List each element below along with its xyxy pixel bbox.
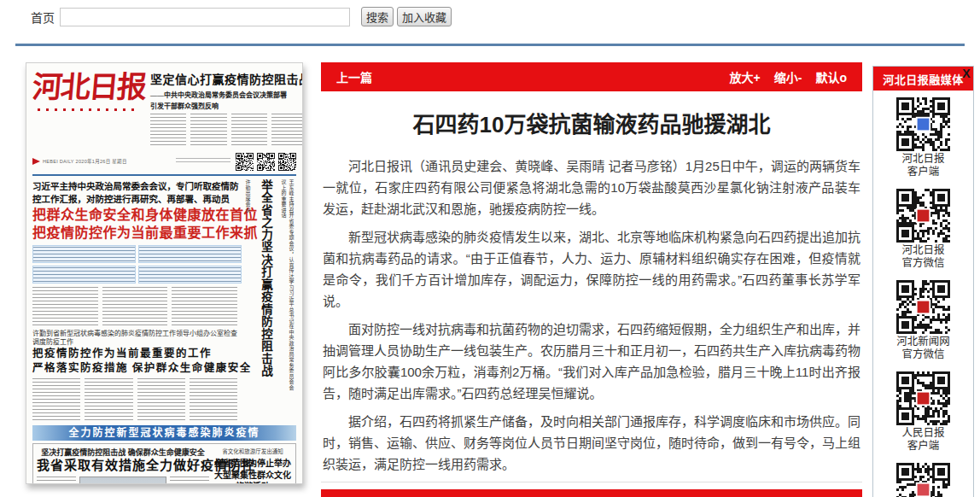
sidebar-qr-item: 河北日报 官方微信 [896,189,950,280]
newspaper-lead-headline: 把群众生命安全和身体健康放在首位 [32,206,242,224]
article-panel: 上一篇 放大+ 缩小- 默认o 石四药10万袋抗菌输液药品驰援湖北 河北日报讯（… [321,62,862,497]
search-input[interactable] [60,8,350,26]
newspaper-vertical-headlines: 王东峰主持召开省委专题会议，认真传达学习习近平总书记在中央政治局常务委员会会议上… [245,179,296,395]
newspaper-summary-box [32,245,136,263]
newspaper-right-column: 省文化和旅游厅发出通知 全省范围内停止举办大型聚集性群众文化旅游活动 石四药10… [213,447,292,484]
newspaper-vertical-headline: 王东峰主持召开省委专题会议，认真传达学习习近平总书记在中央政治局常务委员会会议上… [280,179,295,395]
sidebar-qr-item: 河北日报 客户端 [896,97,950,189]
newspaper-top-subtitle2: 引发干部群众强烈反响 [150,101,303,110]
sidebar-qr-list: 河北日报 客户端河北日报 官方微信河北新闻网 官方微信人民日报 客户端河北 视频… [873,91,973,497]
zoom-out-button[interactable]: 缩小- [774,68,802,85]
flag-icon [32,158,40,165]
newspaper-bottom-kicker: 坚决打赢疫情防控阻击战 确保群众生命健康安全 [37,447,209,458]
sidebar-qr-item: 河北 视频手机报 [896,463,950,497]
article-body: 河北日报讯（通讯员史建会、黄晓峰、吴雨晴 记者马彦铭）1月25日中午，调运的两辆… [321,155,862,475]
media-sidebar: 河北日报融媒体 X 河北日报 客户端河北日报 官方微信河北新闻网 官方微信人民日… [872,66,974,497]
newspaper-lead-kicker: 习近平主持中央政治局常委会会议，专门听取疫情防控工作汇报，对防控进行再研究、再部… [32,180,242,206]
newspaper-lead-headline: 把疫情防控作为当前最重要工作来抓 [32,224,242,242]
sidebar-qr-item: 河北新闻网 官方微信 [896,280,950,371]
qr-label: 河北新闻网 官方微信 [896,336,950,361]
sidebar-title: 河北日报融媒体 [883,71,964,87]
newspaper-masthead: 河北日报 [31,68,147,106]
newspaper-text-columns [170,477,209,484]
newspaper-summary-box [138,266,242,284]
header-divider [15,44,965,46]
close-icon[interactable]: X [962,67,971,80]
home-link[interactable]: 首页 [31,9,55,26]
newspaper-top-headline: 坚定信心打赢疫情防控阻击战 [150,70,303,87]
newspaper-main-column: 习近平主持中央政治局常委会会议，专门听取疫情防控工作汇报，对防控进行再研究、再部… [32,179,242,423]
sidebar-header: 河北日报融媒体 X [873,67,973,91]
newspaper-text-columns [37,477,76,484]
article-paragraph: 河北日报讯（通讯员史建会、黄晓峰、吴雨晴 记者马彦铭）1月25日中午，调运的两辆… [323,155,860,219]
newspaper-summary-boxes [32,245,242,284]
newspaper-divider [32,174,296,176]
qr-code [896,97,950,151]
qr-code [896,280,950,334]
newspaper-info-bar: HEBEI DAILY 2020年1月26日 星期日 [32,151,296,172]
newspaper-mid-kicker: 许勤到省新型冠状病毒感染的肺炎疫情防控工作领导小组办公室检查调度防疫工作 [32,330,242,347]
prev-article-link[interactable]: 上一篇 [336,68,372,85]
article-toolbar-top: 上一篇 放大+ 缩小- 默认o [321,62,862,91]
newspaper-middle-section: 习近平主持中央政治局常委会会议，专门听取疫情防控工作汇报，对防控进行再研究、再部… [32,179,296,423]
newspaper-bottom-section: 坚决打赢疫情防控阻击战 确保群众生命健康安全 我省采取有效措施全力做好疫情防控 … [32,443,296,484]
newspaper-summary-box [32,266,136,284]
qr-code [236,153,254,171]
newspaper-mid-headline: 严格落实防疫措施 保护群众生命健康安全 [32,361,242,376]
sidebar-qr-item: 人民日报 客户端 [896,371,950,463]
article-paragraph: 新型冠状病毒感染的肺炎疫情发生以来，湖北、北京等地临床机构紧急向石四药提出追加抗… [323,226,860,312]
article-paragraph: 据介绍，石四药将抓紧生产储备，及时向相关部门通报库存，科学调度临床和市场供应。同… [323,411,860,475]
newspaper-right-kicker: 省文化和旅游厅发出通知 [213,447,292,455]
newspaper-top-subtitle: ——中共中央政治局常务委员会会议决策部署 [150,90,303,99]
newspaper-bottom-story: 坚决打赢疫情防控阻击战 确保群众生命健康安全 我省采取有效措施全力做好疫情防控 [37,447,209,484]
search-button[interactable]: 搜索 [361,7,394,26]
newspaper-text-columns [32,287,242,326]
add-favorite-button[interactable]: 加入收藏 [397,7,452,26]
font-size-controls: 放大+ 缩小- 默认o [730,68,847,85]
qr-code [278,153,296,171]
article-title: 石四药10万袋抗菌输液药品驰援湖北 [321,112,862,137]
qr-label: 河北日报 客户端 [896,153,950,178]
newspaper-vertical-headline: 举全省之力坚决打赢疫情防控阻击战 [257,179,274,377]
masthead-qr-codes [236,153,296,171]
newspaper-date-line: HEBEI DAILY 2020年1月26日 星期日 [43,159,171,165]
newspaper-text-columns [32,378,242,423]
article-divider [321,482,862,482]
newspaper-text-columns [150,114,303,148]
qr-label: 河北日报 官方微信 [896,244,950,270]
newspaper-front-page[interactable]: 河北日报 坚定信心打赢疫情防控阻击战 ——中共中央政治局常务委员会会议决策部署 … [26,62,303,484]
article-paragraph: 面对防控一线对抗病毒和抗菌药物的迫切需求，石四药缩短假期，全力组织生产和出库，并… [323,319,860,404]
masthead-slogan-dots [38,108,138,111]
newspaper-bottom-headline: 我省采取有效措施全力做好疫情防控 [37,458,209,474]
qr-code [257,153,275,171]
masthead-english: HEBEI DAILY [43,159,74,164]
qr-code [896,463,950,497]
newspaper-vertical-headline: 许勤出席会议 [245,179,252,213]
newspaper-top-story: 坚定信心打赢疫情防控阻击战 ——中共中央政治局常务委员会会议决策部署 引发干部群… [145,68,303,148]
article-toolbar-bottom: 上一篇 放大+ 缩小- 默认o [321,489,862,497]
newspaper-photo [79,477,166,484]
newspaper-banner: 全力防控新型冠状病毒感染肺炎疫情 [32,425,296,441]
zoom-default-button[interactable]: 默认o [815,68,847,85]
newspaper-masthead-block: 河北日报 [32,68,145,148]
qr-label: 人民日报 客户端 [896,427,950,453]
newspaper-masthead-row: 河北日报 坚定信心打赢疫情防控阻击战 ——中共中央政治局常务委员会会议决策部署 … [32,68,296,148]
newspaper-photo-row [37,477,209,484]
zoom-in-button[interactable]: 放大+ [730,68,761,85]
qr-code [896,189,950,243]
topbar: 首页 搜索 加入收藏 [31,7,455,26]
newspaper-right-headline: 全省范围内停止举办大型聚集性群众文化旅游活动 [213,458,292,484]
date-text: 2020年1月26日 星期日 [76,159,127,164]
newspaper-mid-headline: 把疫情防控作为当前最重要的工作 [32,347,242,361]
newspaper-summary-box [138,245,242,263]
qr-code [896,371,950,425]
text-placeholder [176,158,230,165]
